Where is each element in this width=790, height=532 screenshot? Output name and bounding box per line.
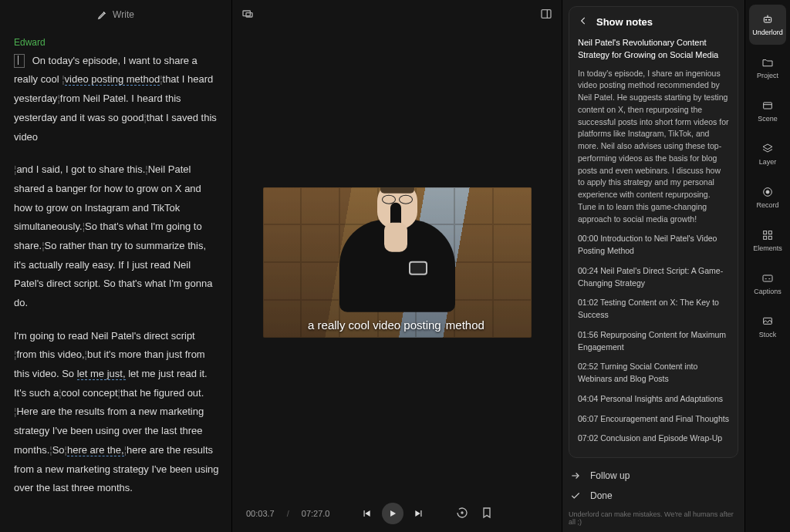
grid-icon — [761, 229, 774, 241]
transport-bar: 00:03.7 / 07:27.0 — [232, 495, 562, 532]
prev-button[interactable] — [356, 503, 377, 524]
notes-body: In today's episode, I share an ingenious… — [578, 68, 729, 226]
next-button[interactable] — [408, 503, 430, 524]
chapter-item[interactable]: 06:07 Encouragement and Final Thoughts — [578, 413, 729, 426]
speaker-name: Edward — [14, 34, 219, 52]
sidebar-toggle-icon[interactable] — [540, 8, 552, 22]
followup-button[interactable]: Follow up — [569, 466, 738, 486]
stock-icon — [761, 315, 774, 328]
record-icon — [761, 186, 774, 198]
chapter-item[interactable]: 00:00 Introduction to Neil Patel's Video… — [578, 233, 729, 258]
rail-underlord[interactable]: Underlord — [749, 5, 786, 45]
rail-record[interactable]: Record — [749, 177, 786, 217]
back-icon[interactable] — [578, 15, 589, 30]
disclaimer: Underlord can make mistakes. We're all h… — [569, 510, 738, 526]
scene-icon — [761, 99, 774, 112]
loop-icon[interactable] — [456, 507, 468, 520]
rail-stock[interactable]: Stock — [749, 307, 786, 347]
pencil-icon — [97, 9, 108, 20]
robot-icon — [761, 13, 774, 25]
svg-rect-0 — [243, 11, 250, 16]
transcript[interactable]: Edward On today's episode, I want to sha… — [0, 29, 231, 532]
svg-rect-15 — [764, 236, 767, 239]
rail-scene[interactable]: Scene — [749, 91, 786, 131]
captions-icon — [761, 272, 774, 285]
check-icon — [570, 490, 581, 501]
tool-rail: Underlord Project Scene Layer Record Ele… — [744, 0, 790, 532]
svg-rect-5 — [764, 17, 771, 22]
chapter-item[interactable]: 01:02 Testing Content on X: The Key to S… — [578, 297, 729, 322]
svg-point-4 — [461, 512, 463, 513]
svg-point-7 — [768, 19, 769, 20]
time-sep: / — [287, 509, 289, 518]
transcript-paragraph: On today's episode, I want to share a re… — [14, 52, 219, 146]
video-subject — [339, 220, 455, 312]
transcript-paragraph: ¦and I said, I got to share this.¦Neil P… — [14, 160, 219, 313]
write-mode-button[interactable]: Write — [0, 0, 231, 29]
notes-pane: Show notes Neil Patel's Revolutionary Co… — [562, 0, 744, 532]
rail-captions[interactable]: Captions — [749, 264, 786, 304]
text-cursor — [14, 54, 25, 68]
chapter-item[interactable]: 01:56 Repurposing Content for Maximum En… — [578, 329, 729, 354]
video-toolbar — [232, 0, 562, 29]
play-button[interactable] — [382, 503, 403, 524]
bookmark-icon[interactable] — [481, 507, 493, 520]
svg-point-6 — [765, 19, 766, 20]
chapters-list: 00:00 Introduction to Neil Patel's Video… — [578, 233, 729, 453]
chapter-item[interactable]: 00:24 Neil Patel's Direct Script: A Game… — [578, 265, 729, 290]
script-pane: Write Edward On today's episode, I want … — [0, 0, 232, 532]
time-total: 07:27.0 — [302, 509, 330, 518]
svg-rect-13 — [764, 231, 767, 234]
svg-rect-9 — [764, 103, 772, 109]
show-notes-card: Show notes Neil Patel's Revolutionary Co… — [569, 6, 738, 458]
folder-icon — [761, 56, 774, 69]
svg-rect-17 — [763, 275, 772, 281]
chapter-item[interactable]: 02:52 Turning Social Content into Webina… — [578, 361, 729, 386]
video-caption: a really cool video posting method — [263, 318, 532, 332]
video-pane: a really cool video posting method 00:03… — [232, 0, 562, 532]
notes-title: Neil Patel's Revolutionary Content Strat… — [578, 36, 729, 62]
layers-icon — [761, 143, 774, 155]
svg-rect-14 — [768, 231, 771, 234]
chapter-item[interactable]: 07:02 Conclusion and Episode Wrap-Up — [578, 433, 729, 445]
transcript-paragraph: I'm going to read Neil Patel's direct sc… — [14, 327, 219, 498]
write-label: Write — [113, 9, 134, 20]
app-root: Write Edward On today's episode, I want … — [0, 0, 790, 532]
rail-layer[interactable]: Layer — [749, 134, 786, 174]
done-button[interactable]: Done — [569, 486, 738, 506]
rail-project[interactable]: Project — [749, 48, 786, 88]
panel-title: Show notes — [596, 15, 653, 30]
svg-point-12 — [766, 190, 769, 194]
svg-rect-2 — [542, 9, 551, 18]
aspect-icon[interactable] — [241, 8, 254, 22]
chapter-item[interactable]: 04:04 Personal Insights and Adaptations — [578, 393, 729, 406]
video-stage: a really cool video posting method — [232, 29, 562, 495]
svg-rect-16 — [768, 236, 771, 239]
video-frame[interactable]: a really cool video posting method — [263, 187, 532, 338]
rail-elements[interactable]: Elements — [749, 221, 786, 261]
arrow-right-icon — [570, 470, 581, 481]
time-current: 00:03.7 — [246, 509, 275, 518]
